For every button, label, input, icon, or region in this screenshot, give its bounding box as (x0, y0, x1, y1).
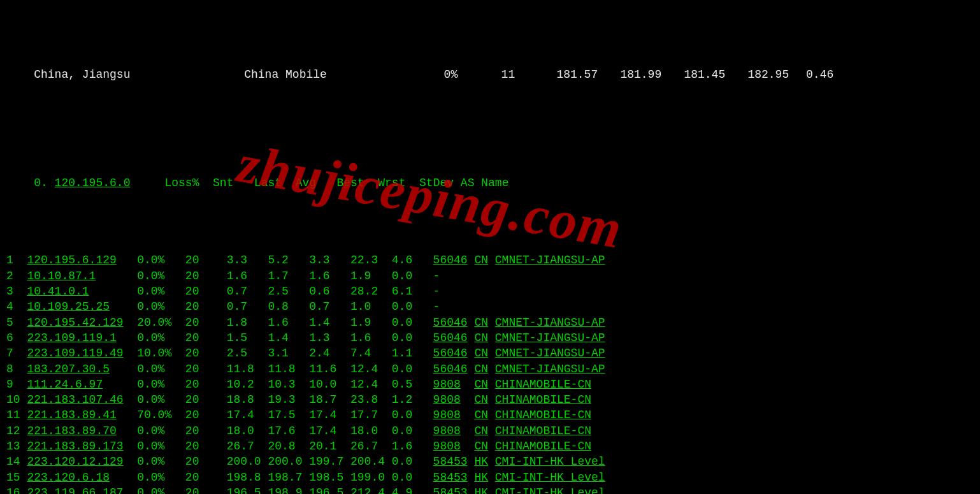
stdev-ms: 0.0 (392, 268, 433, 284)
country-code[interactable]: CN (474, 345, 494, 361)
asn-number[interactable]: 9808 (433, 377, 475, 392)
ip-address[interactable]: 223.109.119.1 (27, 330, 137, 345)
header-ip0[interactable]: 120.195.6.0 (55, 175, 165, 191)
asn-number[interactable]: 9808 (433, 439, 475, 454)
hop-number: 2 (6, 268, 27, 284)
hop-number: 14 (6, 454, 27, 469)
last-ms: 3.3 (227, 252, 268, 268)
country-code[interactable]: CN (474, 377, 494, 392)
ip-address[interactable]: 223.120.6.18 (27, 470, 137, 485)
country-code[interactable]: HK (474, 485, 494, 494)
ip-address[interactable]: 10.109.25.25 (27, 299, 137, 314)
country-code[interactable]: CN (474, 315, 494, 330)
wrst-ms: 7.4 (350, 345, 392, 361)
table-row: 14223.120.12.1290.0%20200.0200.0199.7200… (6, 454, 974, 469)
ip-address[interactable]: 223.120.12.129 (27, 454, 137, 469)
asn-number[interactable]: 56046 (433, 315, 475, 330)
country-code[interactable]: HK (474, 454, 494, 469)
country-code[interactable]: CN (474, 407, 494, 423)
asn-number[interactable]: 56046 (433, 345, 475, 361)
header-last: Last (254, 175, 296, 191)
country-code[interactable]: CN (474, 330, 494, 345)
ip-address[interactable]: 221.183.89.70 (27, 423, 137, 439)
country-code[interactable]: HK (474, 470, 494, 485)
asn-number[interactable]: 56046 (433, 361, 475, 377)
table-row: 12221.183.89.700.0%2018.017.617.418.00.0… (6, 423, 974, 439)
ip-address[interactable]: 223.119.66.187 (27, 485, 137, 494)
table-row: 6223.109.119.10.0%201.51.41.31.60.056046… (6, 330, 974, 345)
hop-number: 7 (6, 345, 27, 361)
as-name[interactable]: CHINAMOBILE-CN (495, 377, 591, 392)
last-ms: 1.6 (227, 268, 268, 284)
header-wrst: Wrst (378, 175, 419, 191)
wrst-ms: 22.3 (350, 252, 392, 268)
snt-count: 20 (185, 361, 227, 377)
probe-count: 11 (458, 67, 515, 82)
country-code[interactable]: CN (474, 252, 494, 268)
last-ms: 10.2 (227, 377, 268, 392)
stdev-ms: 0.0 (392, 361, 433, 377)
as-name[interactable]: CMNET-JIANGSU-AP (495, 252, 605, 268)
snt-count: 20 (185, 407, 227, 423)
last-ms: 198.8 (227, 470, 268, 485)
country-code[interactable]: CN (474, 423, 494, 439)
best-ms: 10.0 (309, 377, 350, 392)
asn-number[interactable]: 9808 (433, 407, 475, 423)
hop-number: 6 (6, 330, 27, 345)
stdev-ms: 0.5 (392, 377, 433, 392)
as-name[interactable]: CHINAMOBILE-CN (495, 423, 591, 439)
country-code[interactable]: CN (474, 392, 494, 407)
as-name[interactable]: CMNET-JIANGSU-AP (495, 315, 605, 330)
as-name[interactable]: CMNET-JIANGSU-AP (495, 361, 605, 377)
asn-number[interactable]: 9808 (433, 423, 475, 439)
asn-number[interactable]: 9808 (433, 392, 475, 407)
ip-address[interactable]: 223.109.119.49 (27, 345, 137, 361)
ip-address[interactable]: 221.183.89.41 (27, 407, 137, 423)
terminal-output: China, JiangsuChina Mobile0%11181.57181.… (0, 0, 980, 494)
ip-address[interactable]: 120.195.6.129 (27, 252, 137, 268)
ip-address[interactable]: 120.195.42.129 (27, 315, 137, 330)
as-name[interactable]: CMNET-JIANGSU-AP (495, 330, 605, 345)
stdev-ms: 6.1 (392, 284, 433, 299)
stat-best: 181.45 (661, 67, 725, 82)
hop-number: 11 (6, 407, 27, 423)
table-row: 10221.183.107.460.0%2018.819.318.723.81.… (6, 392, 974, 407)
wrst-ms: 1.0 (350, 299, 392, 314)
ip-address[interactable]: 111.24.6.97 (27, 377, 137, 392)
asn-number[interactable]: 56046 (433, 252, 475, 268)
stdev-ms: 1.6 (392, 439, 433, 454)
ip-address[interactable]: 221.183.107.46 (27, 392, 137, 407)
asn-number[interactable]: 58453 (433, 454, 475, 469)
as-name[interactable]: CHINAMOBILE-CN (495, 439, 591, 454)
header-row: 0.120.195.6.0Loss%SntLastAvgBestWrstStDe… (6, 160, 974, 207)
table-row: 8183.207.30.50.0%2011.811.811.612.40.056… (6, 361, 974, 377)
country-code[interactable]: CN (474, 361, 494, 377)
as-name[interactable]: CMI-INT-HK Level (495, 454, 605, 469)
as-name[interactable]: CHINAMOBILE-CN (495, 407, 591, 423)
snt-count: 20 (185, 470, 227, 485)
as-name[interactable]: CMI-INT-HK Level (495, 470, 605, 485)
as-name[interactable]: CMNET-JIANGSU-AP (495, 345, 605, 361)
as-name[interactable]: CHINAMOBILE-CN (495, 392, 591, 407)
as-name[interactable]: CMI-INT-HK Level (495, 485, 605, 494)
isp-cell: China Mobile (244, 67, 413, 82)
country-code[interactable]: CN (474, 439, 494, 454)
loss-pct: 0.0% (137, 423, 185, 439)
asn-number[interactable]: 58453 (433, 470, 475, 485)
asn-number[interactable]: 58453 (433, 485, 475, 494)
ip-address[interactable]: 183.207.30.5 (27, 361, 137, 377)
header-avg: Avg (296, 175, 337, 191)
ip-address[interactable]: 10.10.87.1 (27, 268, 137, 284)
table-row: 16223.119.66.1870.0%20196.5198.9196.5212… (6, 485, 974, 494)
wrst-ms: 1.6 (350, 330, 392, 345)
stdev-ms: 0.0 (392, 299, 433, 314)
last-ms: 26.7 (227, 439, 268, 454)
avg-ms: 17.6 (268, 423, 309, 439)
snt-count: 20 (185, 485, 227, 494)
loss-pct: 0.0% (137, 252, 185, 268)
ip-address[interactable]: 10.41.0.1 (27, 284, 137, 299)
stdev-ms: 0.0 (392, 423, 433, 439)
ip-address[interactable]: 221.183.89.173 (27, 439, 137, 454)
asn-number[interactable]: 56046 (433, 330, 475, 345)
header-hop0: 0. (34, 175, 54, 191)
